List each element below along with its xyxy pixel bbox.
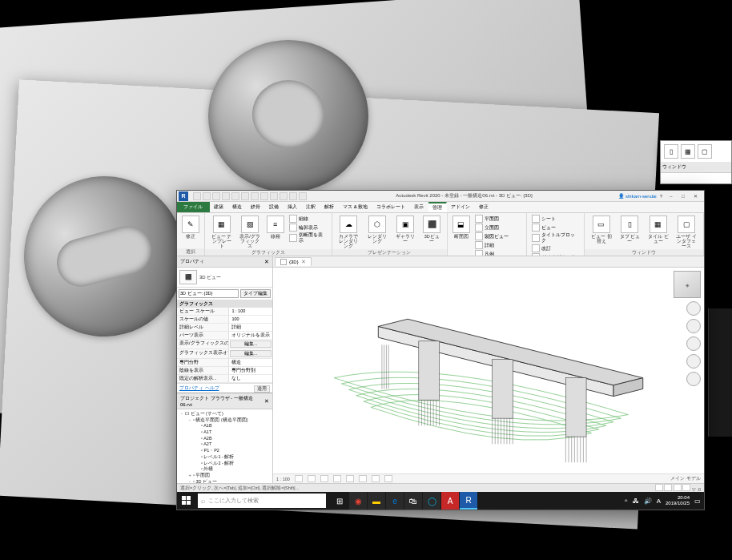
tree-item[interactable]: ▫ A1T (179, 429, 271, 436)
ribbon-tab-9[interactable]: 表示 (410, 202, 428, 212)
property-row[interactable]: スケールの値100 (177, 316, 272, 324)
taskbar-chrome-icon[interactable]: ◉ (349, 492, 367, 510)
apply-button[interactable]: 適用 (254, 385, 270, 393)
tree-item[interactable]: ▫ 外構 (179, 466, 271, 473)
notification-icon[interactable]: ▭ (694, 498, 701, 505)
qat-dropdown-icon[interactable] (299, 192, 307, 200)
qat-section-icon[interactable] (270, 192, 278, 200)
ribbon-small-button[interactable]: 切断面を表示 (288, 232, 328, 244)
ribbon-tab-3[interactable]: 設備 (265, 202, 284, 212)
taskbar-edge-icon[interactable]: e (386, 492, 404, 510)
tree-item[interactable]: +▫ 平面図 (179, 473, 271, 479)
ribbon-tab-10[interactable]: 管理 (428, 202, 447, 212)
nav-home-icon[interactable] (686, 301, 701, 316)
qat-undo-icon[interactable] (212, 192, 220, 200)
ribbon-button[interactable]: ▧表示/グラフィックス (236, 215, 263, 249)
taskbar-autocad-icon[interactable]: A (441, 492, 459, 510)
hide-isolate-icon[interactable] (372, 475, 380, 482)
tree-root[interactable]: -⊡ ビュー (すべて) (179, 411, 271, 417)
crop-icon[interactable] (346, 475, 354, 482)
qat-3d-icon[interactable] (280, 192, 288, 200)
property-row[interactable]: 既定の解析表示...なし (177, 375, 272, 383)
ribbon-button[interactable]: ▦タイル ビュー (645, 215, 671, 249)
ribbon-button[interactable]: ▢ユーザ インタフェース (674, 215, 700, 249)
tree-item[interactable]: -▫ 構造平面図 (構造平面図) (179, 417, 271, 424)
ribbon-button[interactable]: ⬡レンダリング (364, 215, 390, 249)
qat-tag-icon[interactable] (260, 192, 268, 200)
taskbar-search[interactable]: ⌕ ここに入力して検索 (198, 494, 326, 508)
ribbon-button[interactable]: ≡線種 (265, 215, 286, 249)
tray-ime-icon[interactable]: A (657, 498, 661, 505)
ribbon-button[interactable]: ☁カメラでレンダリング (336, 215, 362, 249)
browser-header[interactable]: プロジェクト ブラウザ - 一般構造06.rvt ✕ (177, 393, 272, 409)
tile-view-icon[interactable]: ▦ (681, 144, 695, 159)
canvas-tab-3d[interactable]: {3D} ✕ (275, 257, 312, 266)
tree-item[interactable]: ▫ A2T (179, 441, 271, 448)
maximize-button[interactable]: □ (678, 192, 689, 200)
qat-open-icon[interactable] (193, 192, 201, 200)
filter-icon[interactable] (682, 484, 690, 491)
qat-save-icon[interactable] (203, 192, 211, 200)
user-account[interactable]: 👤 shikam-sendai (618, 193, 656, 199)
property-row[interactable]: 詳細レベル詳細 (177, 324, 272, 332)
ribbon-tab-2[interactable]: 鉄骨 (247, 202, 265, 212)
sun-path-icon[interactable] (320, 475, 328, 482)
visual-style-icon[interactable] (308, 475, 316, 482)
property-row[interactable]: 表示/グラフィックスの...編集... (177, 340, 272, 349)
task-view-icon[interactable]: ⊞ (331, 492, 348, 510)
taskbar-cortana-icon[interactable]: ◯ (423, 492, 440, 510)
ribbon-small-button[interactable]: 細線 (288, 215, 328, 223)
ribbon-small-button[interactable]: 詳細 (473, 241, 524, 249)
taskbar-store-icon[interactable]: 🛍 (404, 492, 422, 510)
tab-view-icon[interactable]: ▯ (664, 144, 678, 159)
close-button[interactable]: ✕ (690, 192, 701, 200)
close-icon[interactable]: ✕ (264, 259, 269, 265)
ribbon-small-button[interactable]: ビュー (530, 224, 581, 232)
properties-header[interactable]: プロパティ ✕ (177, 256, 272, 268)
shadows-icon[interactable] (333, 475, 341, 482)
ribbon-small-button[interactable]: 平面図 (473, 215, 524, 223)
property-row[interactable]: パーツ表示オリジナルを表示 (177, 332, 272, 340)
taskbar-explorer-icon[interactable]: ▬ (368, 492, 385, 510)
nav-zoom-icon[interactable] (686, 354, 701, 369)
reveal-icon[interactable] (384, 475, 392, 482)
tree-item[interactable]: ▫ A2B (179, 436, 271, 442)
ribbon-small-button[interactable]: 改訂 (530, 244, 581, 252)
ribbon-tab-8[interactable]: コラボレート (372, 202, 410, 212)
nav-orbit-icon[interactable] (686, 372, 701, 386)
help-icon[interactable]: ? (660, 194, 662, 199)
viewcube[interactable]: ◈ (674, 271, 701, 298)
property-row[interactable]: 陰線を表示専門分野別 (177, 367, 272, 375)
property-row[interactable]: グラフィックス表示オプ...編集... (177, 349, 272, 359)
properties-help-link[interactable]: プロパティ ヘルプ 適用 (177, 383, 272, 393)
ribbon-tab-12[interactable]: 修正 (475, 202, 493, 212)
property-row[interactable]: ビュー スケール1 : 100 (177, 308, 272, 316)
close-icon[interactable]: ✕ (301, 259, 306, 265)
select-face-icon[interactable] (674, 484, 682, 491)
ribbon-small-button[interactable]: 輪郭表示 (288, 224, 328, 232)
ribbon-tab-11[interactable]: アドイン (447, 202, 475, 212)
ribbon-small-button[interactable]: 製図ビュー (473, 232, 524, 240)
tray-network-icon[interactable]: 🖧 (633, 498, 639, 505)
tree-item[interactable]: ▫ レベル2 - 解析 (179, 461, 271, 467)
ribbon-small-button[interactable]: シート (530, 215, 581, 223)
ribbon-button[interactable]: ⬓断面図 (451, 215, 472, 256)
ribbon-small-button[interactable]: 凡例 (473, 250, 524, 256)
start-button[interactable] (177, 492, 196, 510)
app-icon[interactable]: R (179, 191, 188, 201)
ribbon-tab-1[interactable]: 構造 (228, 202, 247, 212)
tray-volume-icon[interactable]: 🔊 (644, 498, 652, 505)
qat-measure-icon[interactable] (241, 192, 249, 200)
ribbon-button[interactable]: ▦ビュー テンプレート (208, 215, 235, 249)
canvas-viewport[interactable]: ◈ (273, 268, 704, 473)
tree-item[interactable]: ▫ P1・P2 (179, 448, 271, 454)
qat-sync-icon[interactable] (289, 192, 297, 200)
tray-up-icon[interactable]: ^ (625, 498, 628, 505)
select-pinned-icon[interactable] (664, 484, 672, 491)
ribbon-button[interactable]: ▯タブ ビュー (617, 215, 643, 249)
property-row[interactable]: 専門分野構造 (177, 359, 272, 367)
ribbon-tab-7[interactable]: マス & 敷地 (339, 202, 372, 212)
view-scale[interactable]: 1 : 100 (276, 477, 290, 481)
ribbon-tab-file[interactable]: ファイル (177, 202, 210, 212)
ribbon-small-button[interactable]: 立面図 (473, 224, 524, 232)
